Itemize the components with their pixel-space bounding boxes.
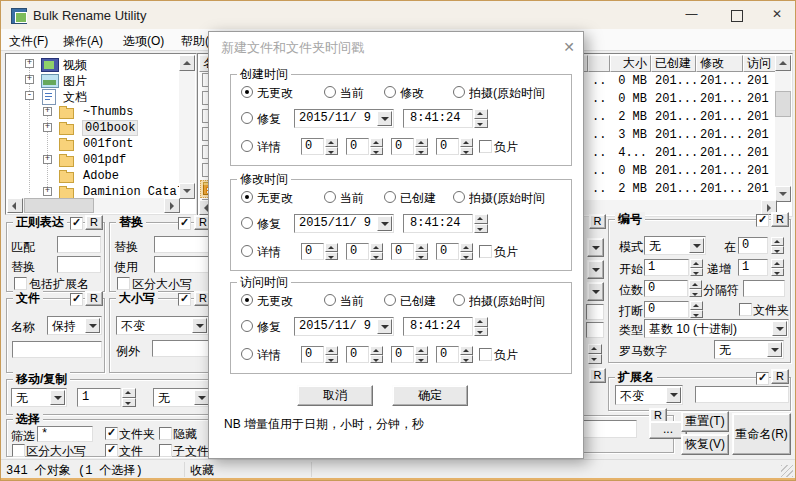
delta-minutes-input[interactable]: 0 [391,243,414,260]
access-current-radio[interactable] [324,294,336,306]
close-button[interactable]: ✕ [759,1,795,29]
chevron-down-icon[interactable] [767,342,782,357]
file-name-input[interactable] [12,341,102,358]
expand-icon[interactable]: + [43,107,52,116]
spin-up-icon[interactable] [325,243,338,252]
files-checkbox[interactable] [105,444,118,457]
delta-hours-input[interactable]: 0 [346,138,369,155]
case-enabled-checkbox[interactable] [178,293,191,306]
delta-hours-updown[interactable] [370,346,383,363]
delta-seconds-input[interactable]: 0 [436,138,459,155]
scroll-thumb[interactable] [775,91,791,117]
negative-checkbox[interactable] [479,245,492,258]
minimize-button[interactable]: — [669,1,714,29]
delta-hours-input[interactable]: 0 [346,243,369,260]
tree-item-video[interactable]: + 视频 [7,56,180,72]
creation-time-updown[interactable] [474,109,488,128]
rename-button[interactable]: 重命名(R) [732,413,791,455]
spin-up-icon[interactable] [122,388,136,398]
numbering-enabled-checkbox[interactable] [756,214,769,227]
spin-down-icon[interactable] [415,147,428,156]
chevron-down-icon[interactable] [192,318,207,333]
list-vscrollbar[interactable] [775,55,791,202]
spin-up-icon[interactable] [460,346,473,355]
covered-reset-button[interactable]: R [589,214,606,229]
tree-item-documents[interactable]: - 文档 [7,88,180,104]
pad-input[interactable]: 0 [644,280,688,297]
at-input[interactable]: 0 [738,237,768,254]
modified-created-radio[interactable] [384,191,396,203]
match-input[interactable] [57,236,101,253]
spin-down-icon[interactable] [689,289,702,298]
spin-up-icon[interactable] [370,138,383,147]
covered-updown[interactable] [588,344,602,364]
delta-minutes-updown[interactable] [415,346,428,363]
folders-checkbox[interactable] [105,427,118,440]
expand-icon[interactable]: + [43,187,52,196]
spin-up-icon[interactable] [415,138,428,147]
maximize-button[interactable] [714,1,759,29]
delta-hours-updown[interactable] [370,138,383,155]
replace-enabled-checkbox[interactable] [178,217,191,230]
covered-reset-button[interactable]: R [589,368,606,383]
covered-dropdown-button[interactable] [587,238,604,257]
spin-up-icon[interactable] [689,280,702,289]
spin-up-icon[interactable] [370,243,383,252]
selection-match-case-checkbox[interactable] [12,444,25,457]
extension-reset-button[interactable]: R [771,369,789,384]
creation-current-radio[interactable] [324,86,336,98]
spin-down-icon[interactable] [474,224,488,234]
case-mode-dropdown[interactable]: 不变 [116,316,209,335]
creation-nochange-radio[interactable] [241,86,253,98]
expand-icon[interactable]: + [25,59,34,68]
covered-input[interactable] [586,304,604,320]
start-updown[interactable] [690,259,703,276]
chevron-down-icon[interactable] [377,111,392,126]
covered-dropdown-button[interactable] [587,282,604,301]
modified-time-input[interactable]: 8:41:24 [403,214,473,233]
spin-up-icon[interactable] [325,346,338,355]
delta-days-updown[interactable] [325,346,338,363]
spin-up-icon[interactable] [460,138,473,147]
spin-down-icon[interactable] [474,327,488,337]
type-dropdown[interactable]: 基数 10 (十进制) [644,319,789,338]
tree-hscrollbar[interactable] [7,198,180,213]
level-spinner[interactable]: 1 [77,388,121,407]
modified-time-updown[interactable] [474,214,488,233]
spin-down-icon[interactable] [588,354,602,364]
modified-date-picker[interactable]: 2015/11/ 9 [294,214,394,233]
delta-hours-updown[interactable] [370,243,383,260]
extension-input[interactable] [695,386,789,403]
start-input[interactable]: 1 [644,259,689,276]
creation-taken-radio[interactable] [453,86,465,98]
cancel-button[interactable]: 取消 [297,385,373,406]
access-date-picker[interactable]: 2015/11/ 9 [294,317,394,336]
filter-input[interactable]: * [37,426,93,442]
spin-up-icon[interactable] [325,138,338,147]
reset-button[interactable]: 重置(T) [681,411,729,432]
column-header-size[interactable]: 大小 [610,55,651,72]
modified-nochange-radio[interactable] [241,191,253,203]
spin-down-icon[interactable] [415,355,428,364]
spin-down-icon[interactable] [370,252,383,261]
expand-icon[interactable]: + [25,75,34,84]
access-fixed-radio[interactable] [241,320,253,332]
negative-checkbox[interactable] [479,348,492,361]
exception-input[interactable] [152,340,209,357]
delta-days-input[interactable]: 0 [301,243,324,260]
creation-fixed-radio[interactable] [241,112,253,124]
hidden-checkbox[interactable] [159,427,172,440]
column-header-accessed[interactable]: 访问 [743,55,777,72]
spin-up-icon[interactable] [370,346,383,355]
move-mode-dropdown[interactable]: 无 [11,388,67,407]
spin-down-icon[interactable] [122,398,136,408]
covered-input[interactable] [586,322,604,338]
spin-down-icon[interactable] [771,268,784,277]
path-mode-dropdown[interactable]: 无 [153,388,211,407]
dialog-close-button[interactable]: ✕ [558,37,580,57]
chevron-down-icon[interactable] [689,238,704,253]
spin-up-icon[interactable] [474,109,488,119]
replace-input[interactable] [57,256,101,273]
creation-time-input[interactable]: 8:41:24 [403,109,473,128]
column-header-modified[interactable]: 修改 [696,55,743,72]
